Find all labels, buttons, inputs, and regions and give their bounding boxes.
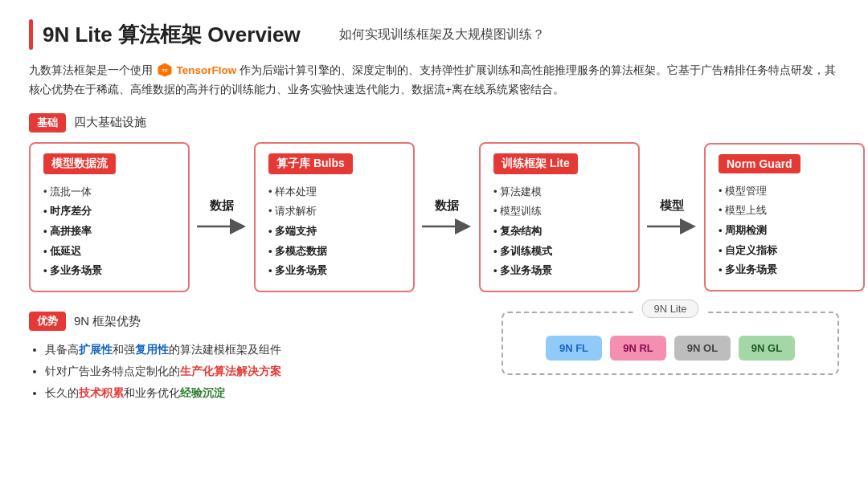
diagram-item-fl: 9N FL [546, 336, 602, 361]
arrow-2: 数据 [415, 198, 479, 236]
highlight-exp: 经验沉淀 [180, 387, 225, 399]
svg-text:TF: TF [162, 67, 168, 73]
pipeline-row: 模型数据流 • 流批一体 • 时序差分 • 高拼接率 • 低延迟 • 多业务场景… [29, 142, 839, 292]
card4-list: • 模型管理 • 模型上线 • 周期检测 • 自定义指标 • 多业务场景 [719, 181, 850, 280]
arrow1-label: 数据 [210, 198, 234, 214]
description-block: 九数算法框架是一个使用 TF TensorFlow 作为后端计算引擎的、深度定制… [29, 61, 839, 100]
card2-item-4: • 多模态数据 [268, 242, 400, 262]
card4-item-5: • 多业务场景 [719, 260, 850, 280]
arrow2-label: 数据 [435, 198, 459, 214]
card4-item-4: • 自定义指标 [719, 241, 850, 261]
card1-item-5: • 多业务场景 [43, 261, 175, 281]
section1-title: 四大基础设施 [74, 115, 146, 130]
bottom-section: 优势 9N 框架优势 具备高扩展性和强复用性的算法建模框架及组件 针对广告业务特… [29, 312, 839, 404]
card2-item-2: • 请求解析 [268, 202, 400, 222]
desc-text1: 九数算法框架是一个使用 [29, 64, 153, 76]
advantages-list: 具备高扩展性和强复用性的算法建模框架及组件 针对广告业务特点定制化的生产化算法解… [29, 339, 469, 404]
card3-item-5: • 多业务场景 [493, 261, 625, 281]
card1-title: 模型数据流 [43, 153, 116, 174]
card1-item-2: • 时序差分 [43, 202, 175, 222]
arrow-1: 数据 [190, 198, 254, 236]
highlight-reusability: 复用性 [135, 344, 169, 356]
advantage-item-3: 长久的技术积累和业务优化经验沉淀 [45, 382, 469, 404]
card3-title: 训练框架 Lite [493, 153, 578, 174]
card2-list: • 样本处理 • 请求解析 • 多端支持 • 多模态数据 • 多业务场景 [268, 182, 400, 281]
advantage-item-2: 针对广告业务特点定制化的生产化算法解决方案 [45, 361, 469, 382]
section1-badge: 基础 [29, 113, 66, 132]
title-left: 9N Lite 算法框架 Overview [29, 19, 301, 50]
highlight-tech-acc: 技术积累 [79, 387, 124, 399]
section2-title: 9N 框架优势 [74, 314, 141, 329]
card3-item-3: • 复杂结构 [493, 222, 625, 242]
tf-label: TensorFlow [177, 64, 237, 76]
section2-header: 优势 9N 框架优势 [29, 312, 469, 331]
diagram-label-text: 9N Lite [641, 300, 698, 318]
card1-list: • 流批一体 • 时序差分 • 高拼接率 • 低延迟 • 多业务场景 [43, 182, 175, 281]
pipeline-card-1: 模型数据流 • 流批一体 • 时序差分 • 高拼接率 • 低延迟 • 多业务场景 [29, 142, 190, 292]
diagram-item-ol: 9N OL [674, 336, 731, 361]
title-row: 9N Lite 算法框架 Overview 如何实现训练框架及大规模图训练？ [29, 19, 839, 50]
card2-item-1: • 样本处理 [268, 182, 400, 202]
arrow1-svg [194, 217, 250, 236]
card3-item-4: • 多训练模式 [493, 242, 625, 262]
card3-item-2: • 模型训练 [493, 202, 625, 222]
arrow-3: 模型 [640, 198, 704, 236]
pipeline-card-2: 算子库 Bulbs • 样本处理 • 请求解析 • 多端支持 • 多模态数据 •… [254, 142, 415, 292]
arrow3-label: 模型 [660, 198, 684, 214]
title-subtitle: 如何实现训练框架及大规模图训练？ [339, 26, 545, 43]
diagram-item-rl: 9N RL [610, 336, 666, 361]
diagram-item-gl: 9N GL [739, 336, 795, 361]
card2-item-5: • 多业务场景 [268, 261, 400, 281]
diagram-label: 9N Lite [635, 302, 705, 315]
highlight-production: 生产化算法解决方案 [180, 365, 281, 377]
section1-header: 基础 四大基础设施 [29, 113, 839, 132]
card4-item-3: • 周期检测 [719, 221, 850, 241]
pipeline-card-4: Norm Guard • 模型管理 • 模型上线 • 周期检测 • 自定义指标 … [704, 143, 865, 291]
diagram-area: 9N Lite 9N FL 9N RL 9N OL 9N GL [502, 312, 839, 375]
card1-item-3: • 高拼接率 [43, 222, 175, 242]
advantage-item-1: 具备高扩展性和强复用性的算法建模框架及组件 [45, 339, 469, 361]
card4-item-1: • 模型管理 [719, 181, 850, 202]
card3-item-1: • 算法建模 [493, 182, 625, 202]
tensorflow-icon: TF [158, 63, 172, 77]
arrow2-svg [419, 217, 475, 236]
card3-list: • 算法建模 • 模型训练 • 复杂结构 • 多训练模式 • 多业务场景 [493, 182, 625, 281]
card2-item-3: • 多端支持 [268, 222, 400, 242]
page-title: 9N Lite 算法框架 Overview [43, 21, 301, 49]
section2-badge: 优势 [29, 312, 66, 331]
card2-title: 算子库 Bulbs [268, 153, 353, 174]
card4-item-2: • 模型上线 [719, 201, 850, 221]
highlight-extensibility: 扩展性 [79, 344, 113, 356]
diagram-items: 9N FL 9N RL 9N OL 9N GL [519, 336, 821, 361]
card4-title: Norm Guard [719, 154, 800, 173]
advantages-block: 优势 9N 框架优势 具备高扩展性和强复用性的算法建模框架及组件 针对广告业务特… [29, 312, 469, 404]
arrow3-svg [644, 217, 700, 236]
card1-item-1: • 流批一体 [43, 182, 175, 202]
diagram-box: 9N Lite 9N FL 9N RL 9N OL 9N GL [502, 312, 839, 375]
title-bar-decoration [29, 19, 33, 50]
card1-item-4: • 低延迟 [43, 242, 175, 262]
pipeline-card-3: 训练框架 Lite • 算法建模 • 模型训练 • 复杂结构 • 多训练模式 •… [479, 142, 640, 292]
